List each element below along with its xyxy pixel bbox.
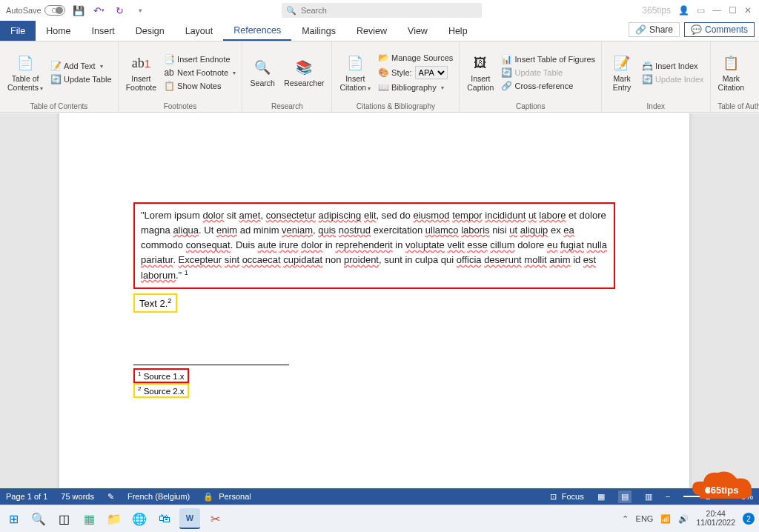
start-icon[interactable]: ⊞	[3, 508, 24, 529]
research-search-icon: 🔍	[252, 57, 273, 78]
bibliography-button[interactable]: 📖Bibliography	[377, 82, 454, 93]
qat-dropdown-icon[interactable]: ▾	[135, 4, 147, 16]
researcher-icon: 📚	[294, 57, 314, 78]
tab-mailings[interactable]: Mailings	[291, 21, 346, 41]
page-indicator[interactable]: Page 1 of 1	[6, 492, 47, 501]
add-text-button[interactable]: 📝Add Text	[49, 60, 113, 72]
insert-footnote-button[interactable]: ab1Insert Footnote	[123, 44, 159, 101]
window-controls: 365tips 👤 ▭ — ☐ ✕	[642, 5, 759, 16]
tab-insert[interactable]: Insert	[82, 21, 125, 41]
ribbon-tabs: File Home Insert Design Layout Reference…	[0, 21, 759, 41]
style-icon: 🎨	[378, 67, 388, 78]
volume-icon[interactable]: 🔊	[678, 514, 689, 524]
footnote-1: 1 Source 1.x	[133, 368, 189, 383]
account-icon[interactable]: 👤	[678, 5, 689, 16]
spellcheck-icon[interactable]: ✎	[107, 492, 114, 502]
insert-citation-button[interactable]: 📄Insert Citation	[337, 44, 374, 101]
search-box[interactable]: 🔍	[282, 3, 482, 18]
update-index-icon: 🔄	[642, 74, 652, 84]
update-index-button[interactable]: 🔄Update Index	[640, 73, 705, 85]
citation-style-select[interactable]: 🎨Style:APA	[377, 65, 454, 80]
tab-file[interactable]: File	[0, 21, 36, 41]
tab-home[interactable]: Home	[36, 21, 81, 41]
wifi-icon[interactable]: 📶	[660, 514, 671, 524]
page[interactable]: "Lorem ipsum dolor sit amet, consectetur…	[59, 113, 689, 495]
taskbar-search-icon[interactable]: 🔍	[28, 508, 49, 529]
explorer-icon[interactable]: 📁	[104, 508, 125, 529]
footnote-icon: ab1	[130, 53, 151, 73]
share-icon: 🔗	[635, 24, 646, 35]
edge-icon[interactable]: 🌐	[129, 508, 150, 529]
tray-lang[interactable]: ENG	[636, 514, 654, 523]
web-layout-icon[interactable]: ▥	[645, 492, 652, 502]
autosave-toggle[interactable]: AutoSave Off	[6, 5, 61, 16]
close-icon[interactable]: ✕	[744, 5, 752, 16]
save-icon[interactable]: 💾	[73, 4, 84, 16]
toc-button[interactable]: 📄Table of Contents	[4, 44, 46, 101]
insert-toa-button[interactable]: 📑	[750, 44, 759, 101]
maximize-icon[interactable]: ☐	[729, 5, 737, 16]
focus-mode[interactable]: ⊡Focus	[550, 492, 584, 502]
citation-icon: 📄	[345, 53, 365, 73]
365tips-badge: 365tips	[685, 465, 759, 510]
tab-references[interactable]: References	[223, 21, 291, 41]
update-toc-button[interactable]: 🔄Update Table	[49, 73, 113, 85]
researcher-button[interactable]: 📚Researcher	[281, 44, 327, 101]
tab-design[interactable]: Design	[125, 21, 175, 41]
mark-citation-button[interactable]: 📋Mark Citation	[715, 44, 748, 101]
group-index: 📝Mark Entry 📇Insert Index 🔄Update Index …	[602, 41, 710, 112]
insert-tof-button[interactable]: 📊Insert Table of Figures	[500, 53, 597, 65]
add-text-icon: 📝	[50, 61, 61, 71]
search-input[interactable]	[301, 6, 477, 15]
next-footnote-icon: ab	[164, 67, 174, 78]
tab-review[interactable]: Review	[346, 21, 397, 41]
ribbon-options-icon[interactable]: ▭	[697, 5, 705, 16]
insert-index-icon: 📇	[642, 61, 652, 71]
paragraph-1-highlight: "Lorem ipsum dolor sit amet, consectetur…	[133, 202, 615, 289]
group-toc: 📄Table of Contents 📝Add Text 🔄Update Tab…	[0, 41, 119, 112]
tof-icon: 📊	[501, 54, 511, 64]
quick-access-toolbar: 💾 ↶▾ ↻ ▾	[73, 4, 147, 16]
snip-icon[interactable]: ✂	[205, 508, 225, 529]
share-button[interactable]: 🔗Share	[629, 22, 680, 37]
tab-help[interactable]: Help	[438, 21, 478, 41]
store-icon[interactable]: 🛍	[154, 508, 175, 529]
update-captions-button[interactable]: 🔄Update Table	[500, 67, 597, 79]
taskview-icon[interactable]: ◫	[53, 508, 74, 529]
comments-icon: 💬	[691, 24, 702, 35]
widgets-icon[interactable]: ▦	[79, 508, 99, 529]
tab-layout[interactable]: Layout	[175, 21, 224, 41]
brand-label: 365tips	[642, 5, 671, 16]
tray-datetime[interactable]: 20:4411/01/2022	[696, 510, 735, 527]
title-bar: AutoSave Off 💾 ↶▾ ↻ ▾ Document1 - Word 🔍…	[0, 0, 759, 21]
mark-entry-button[interactable]: 📝Mark Entry	[606, 44, 637, 101]
show-notes-button[interactable]: 📋Show Notes	[162, 80, 237, 92]
undo-icon[interactable]: ↶▾	[93, 4, 105, 16]
search-button[interactable]: 🔍Search	[247, 44, 278, 101]
zoom-out-icon[interactable]: −	[666, 492, 670, 501]
tab-view[interactable]: View	[397, 21, 438, 41]
comments-button[interactable]: 💬Comments	[684, 22, 755, 37]
read-mode-icon[interactable]: ▦	[597, 492, 605, 502]
minimize-icon[interactable]: —	[712, 5, 721, 16]
insert-index-button[interactable]: 📇Insert Index	[640, 60, 705, 72]
taskbar: ⊞ 🔍 ◫ ▦ 📁 🌐 🛍 W ✂ ⌃ ENG 📶 🔊 20:4411/01/2…	[0, 505, 759, 532]
manage-sources-button[interactable]: 📂Manage Sources	[377, 52, 454, 64]
tray-chevron-icon[interactable]: ⌃	[622, 514, 629, 524]
mark-citation-icon: 📋	[720, 53, 741, 73]
word-icon[interactable]: W	[179, 508, 200, 529]
next-footnote-button[interactable]: abNext Footnote	[162, 67, 237, 79]
insert-caption-button[interactable]: 🖼Insert Caption	[464, 44, 497, 101]
svg-text:365tips: 365tips	[706, 485, 739, 496]
notifications-icon[interactable]: 2	[743, 513, 755, 525]
word-count[interactable]: 75 words	[61, 492, 94, 501]
group-research: 🔍Search 📚Researcher Research	[242, 41, 332, 112]
redo-icon[interactable]: ↻	[114, 4, 126, 16]
print-layout-icon[interactable]: ▤	[618, 491, 632, 503]
insert-endnote-button[interactable]: 📑Insert Endnote	[162, 53, 237, 65]
style-dropdown[interactable]: APA	[415, 66, 448, 79]
language-indicator[interactable]: French (Belgium)	[127, 492, 190, 501]
cross-reference-button[interactable]: 🔗Cross-reference	[500, 80, 597, 92]
personal-label[interactable]: 🔒Personal	[203, 492, 251, 502]
footnote-2: 2 Source 2.x	[133, 383, 189, 398]
